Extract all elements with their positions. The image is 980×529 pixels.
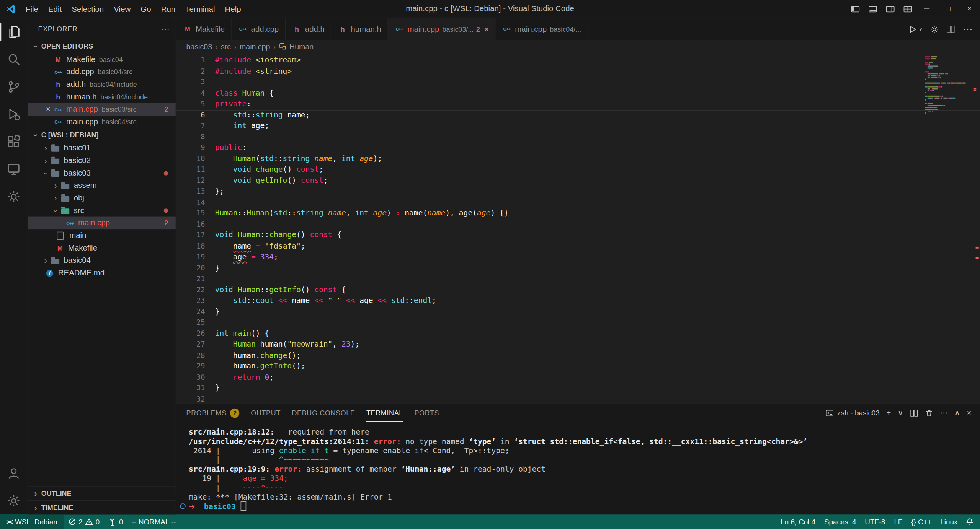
code-line[interactable]: 24}: [176, 306, 980, 317]
remote-explorer-icon[interactable]: [0, 156, 28, 183]
tree-folder-basic04[interactable]: ›basic04: [28, 254, 175, 267]
code-line[interactable]: 32: [176, 394, 980, 403]
indentation-indicator[interactable]: Spaces: 4: [820, 514, 861, 529]
close-editor-button[interactable]: ×: [43, 105, 53, 114]
panel-tab-problems[interactable]: PROBLEMS2: [186, 404, 240, 422]
code-line[interactable]: 27 Human human("meowrain", 23);: [176, 339, 980, 350]
new-terminal-button[interactable]: +: [887, 409, 891, 417]
tree-file-readme-md[interactable]: iREADME.md: [28, 267, 175, 279]
language-indicator[interactable]: {} C++: [907, 514, 936, 529]
tab-add-h[interactable]: hadd.h: [286, 18, 332, 40]
customize-layout-button[interactable]: [899, 0, 916, 18]
tree-file-makefile[interactable]: MMakefile: [28, 242, 175, 254]
run-button[interactable]: ∨: [909, 24, 923, 33]
menu-help[interactable]: Help: [220, 3, 246, 16]
code-line[interactable]: 6 std::string name;: [176, 110, 980, 121]
terminal-view[interactable]: src/main.cpp:18:12: required from here/u…: [176, 422, 980, 514]
menu-run[interactable]: Run: [156, 3, 181, 16]
breadcrumb-item-main-cpp[interactable]: main.cpp: [240, 42, 270, 51]
open-editor-item-add-cpp-basic04-src[interactable]: C++add.cppbasic04/src: [28, 65, 175, 78]
tree-file-main[interactable]: main: [28, 229, 175, 242]
code-line[interactable]: 25: [176, 317, 980, 328]
tree-folder-src[interactable]: ›src: [28, 204, 175, 217]
tree-folder-assem[interactable]: ›assem: [28, 179, 175, 192]
tab-add-cpp[interactable]: C++add.cpp: [232, 18, 286, 40]
tree-folder-basic03[interactable]: ›basic03: [28, 167, 175, 179]
menu-view[interactable]: View: [109, 3, 136, 16]
more-actions-button[interactable]: ⋯: [962, 23, 972, 35]
tab-human-h[interactable]: hhuman.h: [332, 18, 388, 40]
breadcrumb-item-human[interactable]: Human: [289, 42, 314, 51]
toggle-secondary-sidebar-button[interactable]: [881, 0, 899, 18]
maximize-panel-button[interactable]: ∧: [954, 409, 960, 417]
code-line[interactable]: 21: [176, 273, 980, 285]
code-line[interactable]: 17void Human::change() const {: [176, 230, 980, 241]
code-line[interactable]: 29 human.getInfo();: [176, 361, 980, 372]
code-line[interactable]: 19 age = 334;: [176, 252, 980, 263]
code-line[interactable]: 14: [176, 197, 980, 208]
os-indicator[interactable]: Linux: [936, 514, 962, 529]
code-line[interactable]: 28 human.change();: [176, 350, 980, 361]
minimize-button[interactable]: ─: [916, 0, 938, 18]
tab-makefile[interactable]: MMakefile: [176, 18, 232, 40]
menu-terminal[interactable]: Terminal: [180, 3, 220, 16]
code-line[interactable]: 15Human::Human(std::string name, int age…: [176, 208, 980, 219]
close-tab-button[interactable]: ×: [484, 24, 488, 33]
run-debug-icon[interactable]: [0, 101, 28, 128]
code-line[interactable]: 3: [176, 77, 980, 88]
minimap[interactable]: [925, 56, 972, 116]
open-editors-header[interactable]: › OPEN EDITORS: [28, 39, 175, 53]
code-line[interactable]: 4class Human {: [176, 88, 980, 99]
ports-indicator[interactable]: 0: [104, 514, 127, 529]
gear-icon[interactable]: [930, 24, 939, 33]
code-line[interactable]: 8: [176, 132, 980, 143]
tree-folder-basic02[interactable]: ›basic02: [28, 154, 175, 167]
extensions-icon[interactable]: [0, 128, 28, 156]
accounts-icon[interactable]: [0, 460, 28, 487]
code-line[interactable]: 30 return 0;: [176, 372, 980, 383]
tree-file-main-cpp[interactable]: C++main.cpp2: [28, 217, 175, 230]
kill-terminal-button[interactable]: [925, 409, 933, 417]
panel-tab-terminal[interactable]: TERMINAL: [366, 404, 403, 422]
panel-more-actions-button[interactable]: ⋯: [940, 409, 948, 417]
code-line[interactable]: 18 name = "fdsafa";: [176, 241, 980, 252]
code-line[interactable]: 22void Human::getInfo() const {: [176, 285, 980, 296]
toggle-panel-button[interactable]: [864, 0, 881, 18]
code-line[interactable]: 26int main() {: [176, 328, 980, 339]
notifications-bell[interactable]: [962, 514, 980, 529]
sidebar-more-actions-button[interactable]: ⋯: [161, 24, 169, 33]
cursor-position[interactable]: Ln 6, Col 4: [776, 514, 820, 529]
source-control-icon[interactable]: [0, 73, 28, 101]
code-line[interactable]: 31}: [176, 383, 980, 394]
close-panel-button[interactable]: ×: [967, 409, 971, 417]
panel-tab-debug-console[interactable]: DEBUG CONSOLE: [292, 404, 355, 422]
problems-indicator[interactable]: 2 0: [64, 514, 104, 529]
menu-selection[interactable]: Selection: [67, 3, 109, 16]
workspace-header[interactable]: › C [WSL: DEBIAN]: [28, 128, 175, 142]
code-line[interactable]: 7 int age;: [176, 120, 980, 132]
search-icon[interactable]: [0, 46, 28, 73]
encoding-indicator[interactable]: UTF-8: [861, 514, 890, 529]
code-line[interactable]: 16: [176, 219, 980, 230]
split-editor-button[interactable]: [946, 24, 955, 33]
tree-folder-basic01[interactable]: ›basic01: [28, 142, 175, 155]
code-line[interactable]: 13};: [176, 186, 980, 197]
menu-go[interactable]: Go: [136, 3, 156, 16]
code-line[interactable]: 12 void getInfo() const;: [176, 175, 980, 186]
tab-main-cpp-basic03[interactable]: C++main.cppbasic03/...2×: [388, 18, 496, 40]
tree-folder-obj[interactable]: ›obj: [28, 192, 175, 204]
breadcrumb-item-src[interactable]: src: [221, 42, 231, 51]
code-line[interactable]: 2#include <string>: [176, 66, 980, 77]
menu-edit[interactable]: Edit: [43, 3, 67, 16]
breadcrumb-item-basic03[interactable]: basic03: [186, 42, 212, 51]
tools-gear-icon[interactable]: [0, 183, 28, 210]
panel-tab-ports[interactable]: PORTS: [414, 404, 439, 422]
terminal-dropdown-chevron-icon[interactable]: ∨: [898, 409, 903, 417]
code-line[interactable]: 9public:: [176, 142, 980, 153]
code-line[interactable]: 5private:: [176, 99, 980, 110]
open-editor-item-add-h-basic04-include[interactable]: hadd.hbasic04/include: [28, 78, 175, 91]
timeline-section-header[interactable]: › TIMELINE: [28, 500, 175, 515]
toggle-sidebar-button[interactable]: [846, 0, 864, 18]
code-editor[interactable]: 1#include <iostream>2#include <string>34…: [176, 54, 980, 403]
close-button[interactable]: ×: [959, 0, 980, 18]
